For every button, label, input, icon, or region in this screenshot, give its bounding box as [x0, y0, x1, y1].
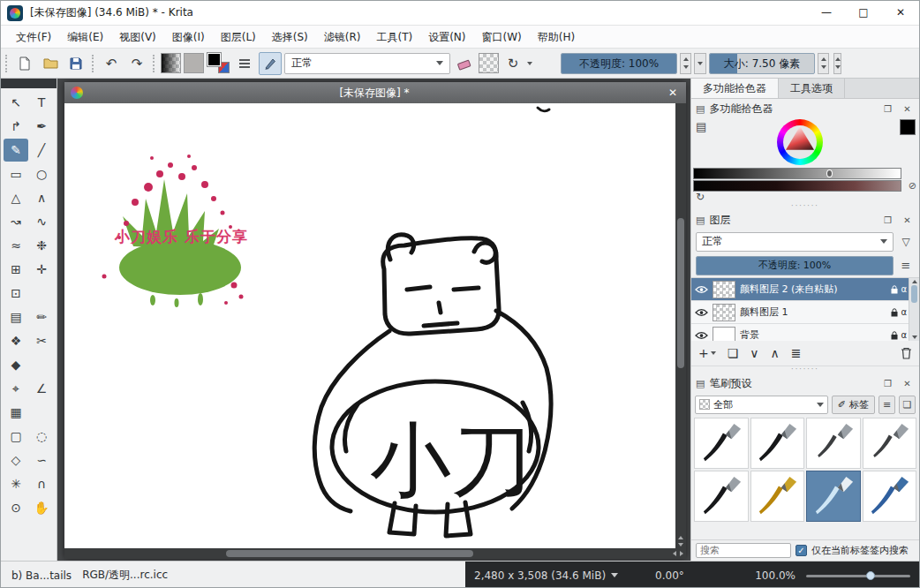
pattern-chooser[interactable]: [184, 53, 204, 73]
zoom-slider[interactable]: [806, 569, 910, 582]
duplicate-layer-button[interactable]: ❏: [728, 346, 739, 360]
layer-thumbnail[interactable]: [713, 304, 735, 321]
document-title-bar[interactable]: [未保存图像] * ✕: [64, 82, 686, 103]
opacity-stepper[interactable]: [680, 53, 691, 74]
no-color-icon[interactable]: ⊘: [909, 180, 916, 192]
blending-mode-select[interactable]: 正常: [284, 53, 450, 74]
brush-preset[interactable]: [806, 418, 861, 469]
layer-opacity-slider[interactable]: 不透明度: 100%: [696, 256, 894, 275]
shade-gradient-bar[interactable]: [693, 180, 901, 192]
brush-filter-select[interactable]: 全部: [695, 396, 828, 414]
current-color-swatch[interactable]: [900, 119, 916, 135]
menu-item[interactable]: 选择(S): [264, 26, 316, 49]
toolbar-handle[interactable]: [5, 55, 9, 72]
tool-magnetic-select[interactable]: ∩: [29, 472, 54, 495]
alpha-lock-icon[interactable]: α: [901, 330, 907, 340]
tool-freehand-path[interactable]: ∿: [29, 210, 54, 233]
brush-preset[interactable]: [863, 471, 917, 522]
tool-edit-shapes[interactable]: ↱: [4, 115, 28, 138]
layer-scrollbar-thumb[interactable]: [911, 285, 917, 303]
hue-ring[interactable]: [777, 119, 823, 165]
layer-blending-mode-select[interactable]: 正常: [696, 232, 894, 252]
scroll-up-icon[interactable]: [912, 280, 917, 283]
menu-item[interactable]: 设置(N): [420, 26, 473, 49]
layer-row[interactable]: 背景 α: [691, 324, 919, 341]
brush-view-menu-icon[interactable]: ≡: [879, 396, 895, 414]
zoom-slider-thumb[interactable]: [866, 571, 875, 580]
layers-docker-header[interactable]: ▤ 图层 ❐ ✕: [691, 210, 919, 230]
save-button[interactable]: [64, 52, 87, 75]
tool-fill[interactable]: ◆: [4, 353, 28, 376]
current-brush-label[interactable]: b) Ba...tails: [11, 569, 72, 582]
tool-rectangle[interactable]: ▭: [4, 162, 28, 185]
brush-storage-icon[interactable]: ❏: [899, 396, 916, 414]
selector-shape-icon[interactable]: ▤: [696, 120, 706, 133]
foreground-background-colors[interactable]: [207, 52, 230, 74]
layer-visibility-icon[interactable]: [695, 331, 708, 340]
tool-bezier-curve[interactable]: ↝: [4, 210, 28, 233]
tool-assistants[interactable]: ⌖: [4, 377, 28, 400]
tool-polyline[interactable]: ∧: [29, 186, 54, 209]
brush-preset[interactable]: [806, 471, 861, 522]
tool-line[interactable]: ╱: [29, 139, 54, 162]
menu-item[interactable]: 窗口(W): [474, 26, 530, 49]
tool-move[interactable]: ✛: [29, 258, 54, 281]
tool-similar-color-select[interactable]: ✳: [4, 472, 28, 495]
tool-measure[interactable]: ∠: [29, 377, 54, 400]
tool-polygon[interactable]: △: [4, 186, 28, 209]
tool-calligraphy[interactable]: ✒: [29, 115, 54, 138]
tool-reference-images[interactable]: ▦: [4, 401, 28, 424]
add-layer-button[interactable]: +: [698, 346, 716, 360]
brush-editor-button[interactable]: [259, 52, 282, 75]
layer-filter-icon[interactable]: ▽: [897, 236, 915, 248]
tool-pan[interactable]: ✋: [29, 496, 54, 519]
vertical-scrollbar[interactable]: [675, 103, 686, 548]
document-close-icon[interactable]: ✕: [666, 87, 680, 99]
layer-thumbnail[interactable]: [713, 327, 735, 342]
reload-preset-button[interactable]: ↻: [501, 52, 524, 75]
layer-list-scrollbar[interactable]: [909, 278, 919, 341]
brush-preset[interactable]: [694, 471, 749, 522]
layer-menu-icon[interactable]: ≡: [897, 259, 915, 272]
alpha-lock-icon[interactable]: α: [901, 307, 907, 317]
close-docker-icon[interactable]: ✕: [900, 104, 915, 114]
scroll-up-icon[interactable]: [678, 536, 683, 539]
value-gradient-bar[interactable]: [693, 168, 901, 179]
open-button[interactable]: [39, 52, 62, 75]
docker-splitter[interactable]: ·······: [691, 203, 919, 210]
image-dimensions-button[interactable]: 2,480 x 3,508 (34.6 MiB): [474, 569, 618, 582]
maximize-button[interactable]: □: [845, 1, 882, 25]
tool-transform[interactable]: ⊞: [4, 258, 28, 281]
lock-icon[interactable]: [891, 331, 898, 340]
tool-freehand-select[interactable]: ∽: [29, 449, 54, 471]
lock-icon[interactable]: [891, 308, 898, 317]
menu-item[interactable]: 视图(V): [111, 26, 164, 49]
refresh-colors-icon[interactable]: ↻: [696, 191, 705, 203]
preserve-alpha-toggle[interactable]: [479, 53, 499, 73]
reload-dropdown-icon[interactable]: [527, 62, 532, 65]
scroll-left-icon[interactable]: [673, 551, 676, 556]
menu-item[interactable]: 工具(T): [368, 26, 420, 49]
brush-docker-header[interactable]: ▤ 笔刷预设 ❐ ✕: [691, 373, 919, 393]
move-layer-up-button[interactable]: ∧: [771, 346, 780, 360]
gradient-marker[interactable]: [826, 170, 833, 177]
search-in-tag-checkbox[interactable]: ✓: [796, 545, 807, 556]
brush-preset[interactable]: [694, 418, 749, 469]
lock-icon[interactable]: [891, 285, 898, 294]
zoom-percentage[interactable]: 100.0%: [755, 569, 796, 582]
toolbox-header[interactable]: [1, 79, 57, 88]
gradient-chooser[interactable]: [161, 53, 181, 73]
float-docker-icon[interactable]: ❐: [880, 215, 895, 225]
float-docker-icon[interactable]: ❐: [880, 104, 895, 114]
tool-freehand-brush[interactable]: ✎: [4, 139, 28, 162]
layer-properties-button[interactable]: ≣: [791, 346, 802, 360]
alpha-lock-icon[interactable]: α: [901, 284, 907, 294]
toolbar-handle[interactable]: [153, 55, 156, 72]
eraser-toggle[interactable]: [453, 52, 476, 75]
redo-button[interactable]: ↷: [125, 52, 148, 75]
tool-multibrush[interactable]: ❉: [29, 234, 54, 257]
size-slider[interactable]: 大小: 7.50 像素: [709, 53, 815, 74]
float-docker-icon[interactable]: ❐: [880, 379, 895, 388]
canvas[interactable]: 小刀娱乐 乐于分享: [64, 103, 675, 548]
flow-stepper[interactable]: [833, 53, 841, 74]
